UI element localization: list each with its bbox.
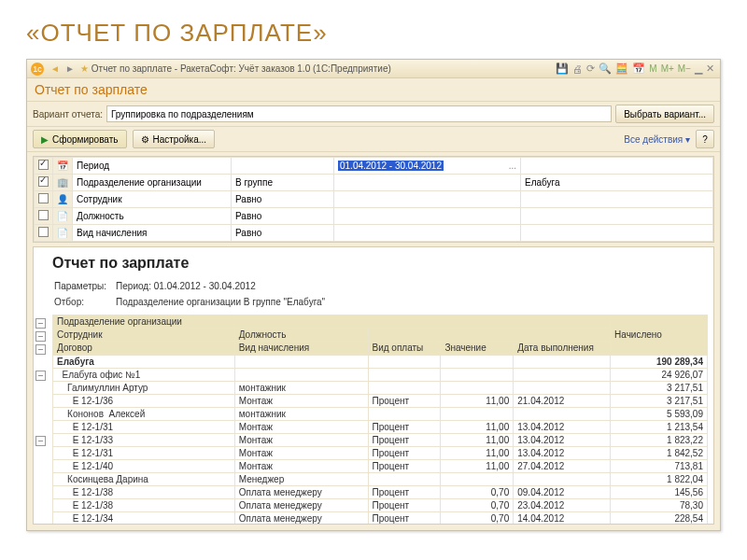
- refresh-icon[interactable]: ⟳: [586, 63, 595, 75]
- filter-checkbox[interactable]: [38, 227, 49, 237]
- filter-condition: Равно: [232, 225, 334, 242]
- print-icon[interactable]: 🖨: [572, 63, 583, 75]
- variant-input[interactable]: [106, 105, 612, 122]
- nav-fwd-icon[interactable]: ►: [65, 63, 75, 74]
- help-button[interactable]: ?: [696, 130, 714, 148]
- filter-value2[interactable]: [521, 225, 713, 242]
- filter-checkbox[interactable]: [38, 210, 49, 220]
- report-row[interactable]: Е 12-1/38 Оплата менеджеру Процент 0,70 …: [53, 499, 708, 512]
- app-window: 1c ◄ ► ★ Отчет по зарплате - РакетаСофт:…: [26, 59, 721, 531]
- report-row[interactable]: Е 12-1/38 Оплата менеджеру Процент 0,70 …: [53, 486, 708, 499]
- filter-condition: Равно: [232, 208, 334, 225]
- filter-condition: [232, 158, 334, 175]
- close-icon[interactable]: ✕: [706, 63, 714, 75]
- tree-toggle-icon[interactable]: –: [35, 344, 46, 355]
- filter-checkbox[interactable]: [38, 176, 49, 187]
- tree-toggle-icon[interactable]: –: [35, 331, 46, 342]
- filter-value2[interactable]: [521, 158, 713, 175]
- filter-icon: 📄: [53, 225, 73, 242]
- window-title: Отчет по зарплате - РакетаСофт: Учёт зак…: [92, 63, 391, 74]
- minimize-icon[interactable]: ▁: [695, 63, 702, 75]
- filter-checkbox[interactable]: [38, 193, 49, 203]
- filter-value2[interactable]: [521, 191, 713, 208]
- report-row[interactable]: Е 12-1/31 Монтаж Процент 11,00 13.04.201…: [53, 447, 708, 460]
- variant-label: Вариант отчета:: [33, 109, 103, 119]
- filter-field: Период: [73, 158, 232, 175]
- filter-value[interactable]: [334, 208, 521, 225]
- report-row[interactable]: Косинцева Дарина Менеджер 1 822,04: [53, 473, 708, 486]
- mem-mminus[interactable]: M−: [678, 63, 691, 74]
- save-icon[interactable]: 💾: [556, 63, 569, 75]
- report-row[interactable]: Е 12-1/34 Оплата менеджеру Процент 0,70 …: [53, 512, 708, 525]
- report-header: Подразделение организации Начислено Сотр…: [52, 315, 708, 355]
- filter-checkbox[interactable]: [38, 160, 49, 170]
- report-rows: Елабуга 190 289,34 Елабуга офис №1 24 92…: [52, 355, 708, 525]
- tree-toggle-icon[interactable]: –: [35, 371, 46, 381]
- all-actions-link[interactable]: Все действия ▾: [624, 134, 690, 145]
- play-icon: ▶: [41, 134, 49, 145]
- select-variant-button[interactable]: Выбрать вариант...: [615, 105, 714, 123]
- filter-grid: 📅 Период 01.04.2012 - 30.04.2012 ... 🏢 П…: [33, 156, 714, 243]
- slide-title: «ОТЧЕТ ПО ЗАРПЛАТЕ»: [26, 19, 721, 48]
- report-params: Параметры:Период: 01.04.2012 - 30.04.201…: [52, 277, 327, 311]
- tree-toggle-icon[interactable]: –: [35, 436, 46, 446]
- mem-m[interactable]: M: [649, 63, 656, 74]
- report-row[interactable]: Е 12-1/40 Монтаж Процент 11,00 27.04.201…: [53, 460, 708, 473]
- report-row[interactable]: Елабуга офис №1 24 926,07: [53, 369, 708, 382]
- report-row[interactable]: Е 12-1/36 Монтаж Процент 11,00 21.04.201…: [53, 395, 708, 408]
- report-row[interactable]: Кононов Алексей монтажник 5 593,09: [53, 408, 708, 421]
- report-title: Отчет по зарплате: [52, 255, 708, 272]
- filter-row[interactable]: 📅 Период 01.04.2012 - 30.04.2012 ...: [35, 158, 713, 175]
- filter-field: Должность: [73, 208, 232, 225]
- generate-button[interactable]: ▶Сформировать: [33, 130, 127, 148]
- filter-row[interactable]: 📄 Вид начисления Равно: [35, 225, 713, 242]
- report-row[interactable]: Елабуга 190 289,34: [53, 356, 708, 369]
- search-icon[interactable]: 🔍: [599, 63, 612, 75]
- filter-field: Сотрудник: [73, 191, 232, 208]
- filter-value[interactable]: 01.04.2012 - 30.04.2012 ...: [334, 158, 521, 175]
- filter-value2[interactable]: [521, 208, 713, 225]
- report-row[interactable]: Галимуллин Артур монтажник 3 217,51: [53, 382, 708, 395]
- page-title: Отчет по зарплате: [27, 78, 720, 102]
- report-row[interactable]: Е 12-1/33 Монтаж Процент 11,00 13.04.201…: [53, 434, 708, 447]
- app-icon: 1c: [31, 63, 44, 76]
- filter-field: Подразделение организации: [73, 175, 232, 191]
- filter-row[interactable]: 📄 Должность Равно: [35, 208, 713, 225]
- tree-toggle-icon[interactable]: –: [35, 318, 46, 329]
- filter-value[interactable]: [334, 175, 521, 191]
- calc-icon[interactable]: 🧮: [615, 63, 628, 75]
- filter-icon: 👤: [53, 191, 73, 208]
- titlebar: 1c ◄ ► ★ Отчет по зарплате - РакетаСофт:…: [27, 60, 720, 78]
- report-row[interactable]: Е 12-1/31 Монтаж Процент 11,00 13.04.201…: [53, 421, 708, 434]
- filter-icon: 📄: [53, 208, 73, 225]
- filter-value[interactable]: [334, 191, 521, 208]
- settings-button[interactable]: ⚙Настройка...: [133, 130, 216, 148]
- report-output: ––––– Отчет по зарплате Параметры:Период…: [33, 246, 714, 525]
- filter-row[interactable]: 🏢 Подразделение организации В группе Ела…: [35, 175, 713, 191]
- filter-icon: 🏢: [53, 175, 73, 191]
- mem-mplus[interactable]: M+: [661, 63, 674, 74]
- filter-field: Вид начисления: [73, 225, 232, 242]
- favorite-icon[interactable]: ★: [80, 63, 89, 74]
- gear-icon: ⚙: [141, 134, 149, 145]
- filter-value2[interactable]: Елабуга: [521, 175, 713, 191]
- filter-condition: В группе: [232, 175, 334, 191]
- calendar-icon[interactable]: 📅: [632, 63, 645, 75]
- filter-icon: 📅: [53, 158, 73, 175]
- filter-value[interactable]: [334, 225, 521, 242]
- report-toolbar: ▶Сформировать ⚙Настройка... Все действия…: [27, 127, 720, 152]
- variant-row: Вариант отчета: Выбрать вариант...: [27, 102, 720, 127]
- filter-condition: Равно: [232, 191, 334, 208]
- nav-back-icon[interactable]: ◄: [50, 63, 60, 74]
- filter-row[interactable]: 👤 Сотрудник Равно: [35, 191, 713, 208]
